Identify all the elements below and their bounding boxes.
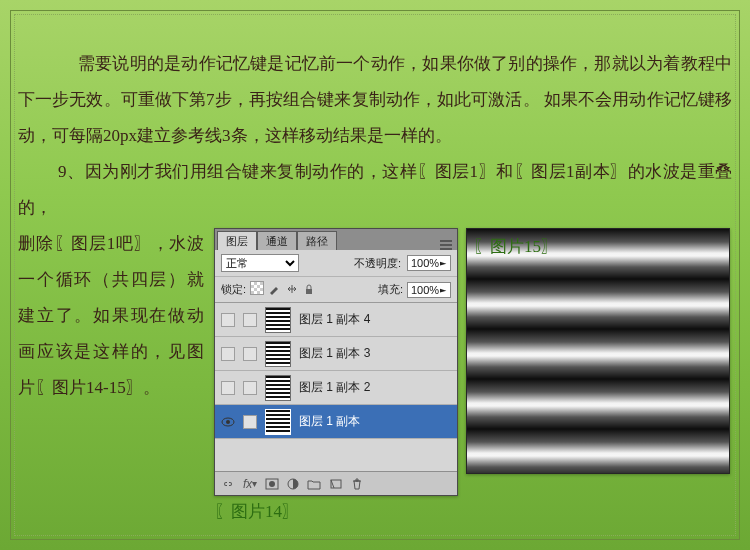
layers-list: 图层 1 副本 4 图层 1 副本 3 图层 1 副本 2 图层 1 副本: [215, 303, 457, 471]
layer-row[interactable]: 图层 1 副本 3: [215, 337, 457, 371]
paragraph-1: 需要说明的是动作记忆键是记忆前一个动作，如果你做了别的操作，那就以为着教程中下一…: [18, 46, 732, 154]
lower-section: 删除〖图层1吧〗，水波一个循环（共四层）就建立了。如果现在做动画应该是这样的，见…: [16, 226, 734, 523]
lock-all-icon[interactable]: [302, 283, 316, 297]
link-box[interactable]: [243, 381, 257, 395]
layer-name: 图层 1 副本: [299, 413, 360, 430]
blend-mode-select[interactable]: 正常: [221, 254, 299, 272]
layer-row[interactable]: 图层 1 副本 2: [215, 371, 457, 405]
layer-thumb: [265, 341, 291, 367]
paragraph-2a: 9、因为刚才我们用组合键来复制动作的，这样〖图层1〗和〖图层1副本〗的水波是重叠…: [18, 154, 732, 226]
tab-layers[interactable]: 图层: [217, 231, 257, 250]
image15-preview: 〖图片15〗: [466, 228, 730, 474]
link-box[interactable]: [243, 415, 257, 429]
visibility-toggle[interactable]: [221, 381, 235, 395]
image14-caption: 〖图片14〗: [214, 500, 458, 523]
fill-label: 填充:: [378, 282, 403, 297]
opacity-label: 不透明度:: [354, 256, 401, 271]
layer-name: 图层 1 副本 3: [299, 345, 370, 362]
left-text-column: 删除〖图层1吧〗，水波一个循环（共四层）就建立了。如果现在做动画应该是这样的，见…: [16, 226, 206, 406]
layer-row[interactable]: 图层 1 副本 4: [215, 303, 457, 337]
tab-channels[interactable]: 通道: [257, 231, 297, 250]
adjustment-layer-icon[interactable]: [287, 478, 299, 490]
layer-style-icon[interactable]: fx▾: [243, 477, 257, 491]
lock-pixels-icon[interactable]: [267, 283, 281, 297]
paragraph-2b: 删除〖图层1吧〗，水波一个循环（共四层）就建立了。如果现在做动画应该是这样的，见…: [18, 226, 204, 406]
lock-fill-row: 锁定: 填充: 100: [215, 277, 457, 303]
svg-point-2: [226, 420, 230, 424]
delete-layer-icon[interactable]: [351, 478, 363, 490]
lock-position-icon[interactable]: [285, 283, 299, 297]
layer-name: 图层 1 副本 2: [299, 379, 370, 396]
blend-opacity-row: 正常 不透明度: 100%▶: [215, 250, 457, 277]
visibility-toggle[interactable]: [221, 313, 235, 327]
layers-panel: 图层 通道 路径 正常 不透明度: 100%▶ 锁定:: [214, 228, 458, 496]
link-box[interactable]: [243, 347, 257, 361]
lock-label: 锁定:: [221, 282, 246, 297]
layers-panel-wrap: 图层 通道 路径 正常 不透明度: 100%▶ 锁定:: [214, 228, 458, 523]
layer-name: 图层 1 副本 4: [299, 311, 370, 328]
tab-paths[interactable]: 路径: [297, 231, 337, 250]
fill-value[interactable]: 100%▶: [407, 282, 451, 298]
layer-thumb: [265, 375, 291, 401]
panel-tabs: 图层 通道 路径: [215, 229, 457, 250]
layer-thumb: [265, 307, 291, 333]
preview-wrap: 〖图片15〗: [466, 228, 730, 474]
link-box[interactable]: [243, 313, 257, 327]
opacity-value[interactable]: 100%▶: [407, 255, 451, 271]
svg-rect-0: [306, 289, 312, 294]
lock-transparent-icon[interactable]: [250, 281, 264, 295]
link-layers-icon[interactable]: [221, 478, 235, 490]
svg-point-4: [269, 481, 275, 487]
layer-group-icon[interactable]: [307, 478, 321, 490]
visibility-toggle[interactable]: [221, 415, 235, 429]
lock-icons: [250, 281, 316, 298]
image15-caption: 〖图片15〗: [473, 235, 558, 258]
layer-row[interactable]: 图层 1 副本: [215, 405, 457, 439]
panel-footer: fx▾: [215, 471, 457, 495]
panel-menu-icon[interactable]: [439, 240, 453, 250]
visibility-toggle[interactable]: [221, 347, 235, 361]
layer-thumb: [265, 409, 291, 435]
new-layer-icon[interactable]: [329, 478, 343, 490]
layer-mask-icon[interactable]: [265, 478, 279, 490]
article-frame: 需要说明的是动作记忆键是记忆前一个动作，如果你做了别的操作，那就以为着教程中下一…: [10, 10, 740, 540]
